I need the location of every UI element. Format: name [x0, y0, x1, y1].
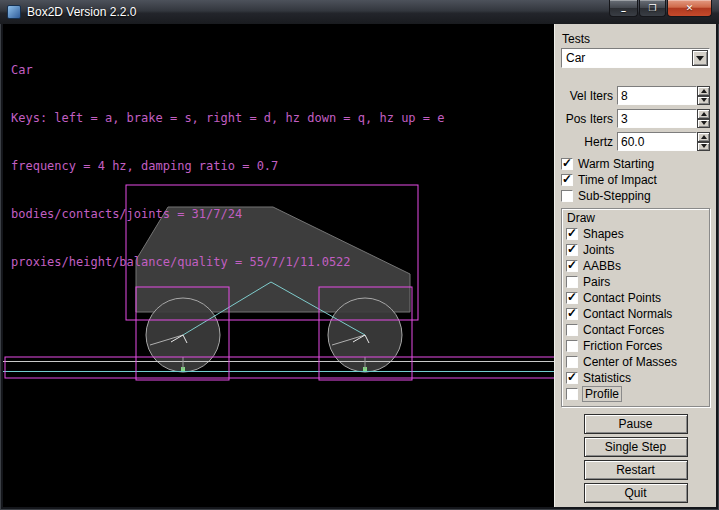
draw-group: Draw Shapes Joints AABBs Pairs Contact P…: [561, 208, 710, 407]
titlebar[interactable]: Box2D Version 2.2.0 – ❐ ✕: [0, 0, 719, 24]
hertz-spinner: Hertz: [561, 132, 710, 151]
close-icon: ✕: [686, 4, 694, 13]
debug-text-block: Car Keys: left = a, brake = s, right = d…: [11, 30, 444, 302]
checkbox-label: Shapes: [583, 227, 624, 241]
action-buttons: Pause Single Step Restart Quit: [561, 414, 710, 506]
checkbox-label: AABBs: [583, 259, 621, 273]
checkbox-statistics[interactable]: Statistics: [566, 370, 709, 386]
pos-iters-input[interactable]: [617, 109, 697, 128]
vel-iters-label: Vel Iters: [561, 89, 617, 103]
checkbox-warm-starting[interactable]: Warm Starting: [561, 156, 710, 172]
checkbox-icon[interactable]: [566, 292, 578, 304]
checkbox-icon[interactable]: [566, 388, 578, 400]
checkbox-icon[interactable]: [561, 158, 573, 170]
checkbox-label: Pairs: [583, 275, 610, 289]
hertz-arrows: [697, 132, 710, 151]
checkbox-contact-normals[interactable]: Contact Normals: [566, 306, 709, 322]
checkbox-icon[interactable]: [566, 356, 578, 368]
draw-group-title: Draw: [567, 211, 709, 225]
box2d-window: Box2D Version 2.2.0 – ❐ ✕: [0, 0, 719, 510]
quit-button[interactable]: Quit: [584, 483, 688, 503]
hertz-input[interactable]: [617, 132, 697, 151]
pos-iters-up-icon[interactable]: [697, 109, 710, 119]
pos-iters-label: Pos Iters: [561, 112, 617, 126]
vel-iters-input[interactable]: [617, 86, 697, 105]
simulation-canvas[interactable]: Car Keys: left = a, brake = s, right = d…: [3, 24, 554, 507]
checkbox-label: Joints: [583, 243, 614, 257]
pos-iters-down-icon[interactable]: [697, 119, 710, 129]
hertz-down-icon[interactable]: [697, 142, 710, 152]
debug-line-proxies: proxies/height/balance/quality = 55/7/1/…: [11, 254, 444, 270]
app-icon: [7, 5, 21, 19]
close-button[interactable]: ✕: [667, 0, 712, 17]
checkbox-label: Time of Impact: [578, 173, 657, 187]
checkbox-icon[interactable]: [566, 228, 578, 240]
sim-options: Warm Starting Time of Impact Sub-Steppin…: [561, 156, 710, 204]
tests-dropdown-value: Car: [562, 51, 692, 65]
tests-dropdown[interactable]: Car: [561, 48, 710, 68]
checkbox-aabbs[interactable]: AABBs: [566, 258, 709, 274]
iteration-spinners: Vel Iters Pos Iters Hertz: [561, 86, 710, 151]
restart-button[interactable]: Restart: [584, 460, 688, 480]
pos-iters-arrows: [697, 109, 710, 128]
checkbox-contact-forces[interactable]: Contact Forces: [566, 322, 709, 338]
checkbox-time-of-impact[interactable]: Time of Impact: [561, 172, 710, 188]
ground-aabb: [5, 357, 554, 378]
checkbox-icon[interactable]: [561, 174, 573, 186]
checkbox-center-of-masses[interactable]: Center of Masses: [566, 354, 709, 370]
vel-iters-down-icon[interactable]: [697, 96, 710, 106]
checkbox-friction-forces[interactable]: Friction Forces: [566, 338, 709, 354]
hertz-label: Hertz: [561, 135, 617, 149]
vel-iters-arrows: [697, 86, 710, 105]
tests-label: Tests: [562, 32, 710, 46]
vel-iters-up-icon[interactable]: [697, 86, 710, 96]
test-title: Car: [11, 62, 444, 78]
vel-iters-spinner: Vel Iters: [561, 86, 710, 105]
pos-iters-spinner: Pos Iters: [561, 109, 710, 128]
checkbox-label: Center of Masses: [583, 355, 677, 369]
dropdown-arrow-icon[interactable]: [692, 50, 708, 66]
window-title: Box2D Version 2.2.0: [27, 5, 136, 19]
minimize-button[interactable]: –: [609, 0, 638, 17]
checkbox-label: Contact Normals: [583, 307, 672, 321]
maximize-icon: ❐: [648, 4, 656, 13]
checkbox-label: Profile: [583, 387, 621, 401]
checkbox-shapes[interactable]: Shapes: [566, 226, 709, 242]
control-panel: Tests Car Vel Iters Pos Iters: [554, 24, 716, 507]
checkbox-label: Friction Forces: [583, 339, 662, 353]
checkbox-label: Warm Starting: [578, 157, 654, 171]
checkbox-icon[interactable]: [566, 244, 578, 256]
checkbox-icon[interactable]: [566, 308, 578, 320]
checkbox-label: Statistics: [583, 371, 631, 385]
checkbox-pairs[interactable]: Pairs: [566, 274, 709, 290]
debug-line-bodies: bodies/contacts/joints = 31/7/24: [11, 206, 444, 222]
pause-button[interactable]: Pause: [584, 414, 688, 434]
checkbox-label: Sub-Stepping: [578, 189, 651, 203]
checkbox-profile[interactable]: Profile: [566, 386, 709, 402]
checkbox-label: Contact Forces: [583, 323, 664, 337]
checkbox-joints[interactable]: Joints: [566, 242, 709, 258]
checkbox-icon[interactable]: [566, 324, 578, 336]
checkbox-sub-stepping[interactable]: Sub-Stepping: [561, 188, 710, 204]
checkbox-icon[interactable]: [566, 340, 578, 352]
window-controls: – ❐ ✕: [608, 0, 712, 17]
maximize-button[interactable]: ❐: [639, 0, 666, 17]
checkbox-icon[interactable]: [566, 372, 578, 384]
debug-line-keys: Keys: left = a, brake = s, right = d, hz…: [11, 110, 444, 126]
checkbox-icon[interactable]: [566, 260, 578, 272]
single-step-button[interactable]: Single Step: [584, 437, 688, 457]
minimize-icon: –: [621, 7, 626, 16]
debug-line-frequency: frequency = 4 hz, damping ratio = 0.7: [11, 158, 444, 174]
checkbox-icon[interactable]: [566, 276, 578, 288]
hertz-up-icon[interactable]: [697, 132, 710, 142]
checkbox-icon[interactable]: [561, 190, 573, 202]
checkbox-label: Contact Points: [583, 291, 661, 305]
checkbox-contact-points[interactable]: Contact Points: [566, 290, 709, 306]
